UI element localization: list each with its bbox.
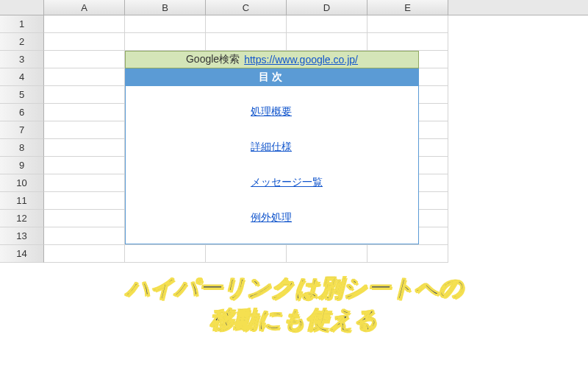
cell[interactable] — [44, 192, 125, 210]
cell[interactable] — [44, 86, 125, 104]
toc-link[interactable]: メッセージ一覧 — [251, 176, 323, 189]
cell[interactable] — [287, 245, 368, 263]
row-header-4[interactable]: 4 — [0, 68, 44, 86]
column-headers: ABCDE — [0, 0, 588, 15]
caption-text: ハイパーリンクは別シートへの 移動にも使える — [0, 272, 588, 336]
row-header-11[interactable]: 11 — [0, 192, 44, 210]
row-header-8[interactable]: 8 — [0, 139, 44, 157]
google-row: Google検索 https://www.google.co.jp/ — [125, 51, 419, 68]
select-all-corner[interactable] — [0, 0, 44, 15]
toc-link[interactable]: 詳細仕様 — [251, 141, 292, 154]
cell[interactable] — [287, 33, 368, 51]
cell[interactable] — [44, 245, 125, 263]
column-header-c[interactable]: C — [206, 0, 287, 15]
cell[interactable] — [44, 51, 125, 68]
toc-link[interactable]: 例外処理 — [251, 211, 292, 224]
row-header-6[interactable]: 6 — [0, 104, 44, 121]
column-header-a[interactable]: A — [44, 0, 125, 15]
cell[interactable] — [44, 15, 125, 33]
cell[interactable] — [206, 33, 287, 51]
column-header-e[interactable]: E — [368, 0, 448, 15]
row-header-13[interactable]: 13 — [0, 227, 44, 245]
cell[interactable] — [44, 227, 125, 245]
cell[interactable] — [125, 15, 206, 33]
toc-body: 処理概要詳細仕様メッセージ一覧例外処理 — [125, 86, 419, 244]
row-header-14[interactable]: 14 — [0, 245, 44, 263]
cell[interactable] — [368, 33, 448, 51]
cell[interactable] — [206, 15, 287, 33]
column-header-d[interactable]: D — [287, 0, 368, 15]
caption-line-1: ハイパーリンクは別シートへの — [126, 275, 463, 301]
cell[interactable] — [44, 121, 125, 139]
cell[interactable] — [206, 245, 287, 263]
row-header-3[interactable]: 3 — [0, 51, 44, 68]
cell[interactable] — [368, 15, 448, 33]
google-label: Google検索 — [186, 53, 240, 66]
row-header-5[interactable]: 5 — [0, 86, 44, 104]
cell[interactable] — [44, 33, 125, 51]
row-header-7[interactable]: 7 — [0, 121, 44, 139]
content-table: Google検索 https://www.google.co.jp/ 目次 処理… — [125, 51, 419, 244]
cell[interactable] — [368, 245, 448, 263]
cell[interactable] — [125, 245, 206, 263]
spreadsheet: ABCDE 1234567891011121314 Google検索 https… — [0, 0, 588, 263]
column-header-b[interactable]: B — [125, 0, 206, 15]
cell[interactable] — [44, 210, 125, 227]
cell[interactable] — [44, 139, 125, 157]
cell[interactable] — [125, 33, 206, 51]
toc-link[interactable]: 処理概要 — [251, 105, 292, 118]
row-headers: 1234567891011121314 — [0, 15, 44, 263]
cell[interactable] — [287, 15, 368, 33]
cell[interactable] — [44, 104, 125, 121]
row-header-9[interactable]: 9 — [0, 157, 44, 174]
cell[interactable] — [44, 157, 125, 174]
google-link[interactable]: https://www.google.co.jp/ — [244, 54, 358, 66]
row-header-1[interactable]: 1 — [0, 15, 44, 33]
row-header-2[interactable]: 2 — [0, 33, 44, 51]
row-header-10[interactable]: 10 — [0, 174, 44, 192]
cell[interactable] — [44, 68, 125, 86]
cell[interactable] — [44, 174, 125, 192]
row-header-12[interactable]: 12 — [0, 210, 44, 227]
toc-header: 目次 — [125, 68, 419, 86]
caption-line-2: 移動にも使える — [210, 306, 378, 333]
